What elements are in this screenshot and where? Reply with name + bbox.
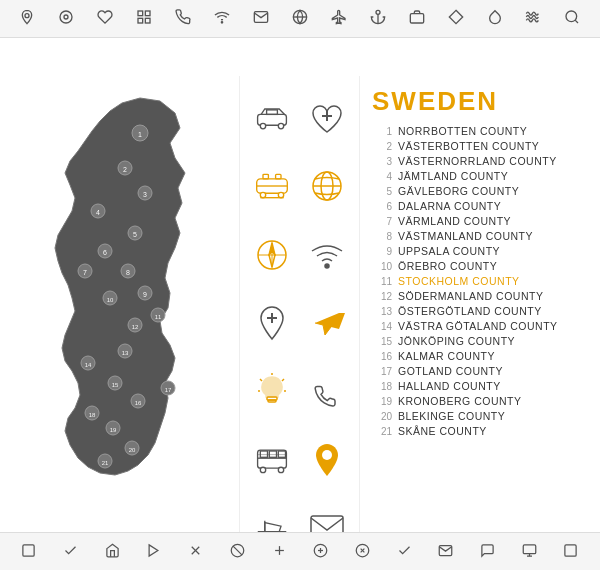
circle-icon[interactable] — [58, 9, 74, 28]
svg-point-10 — [376, 10, 380, 14]
home-icon[interactable] — [105, 543, 120, 561]
list-item: 12SÖDERMANLAND COUNTY — [372, 290, 588, 302]
top-icon-bar — [0, 0, 600, 38]
compass-icon — [250, 233, 294, 277]
svg-line-105 — [233, 546, 242, 555]
county-name: VÄSTMANLAND COUNTY — [398, 230, 533, 242]
svg-rect-96 — [278, 451, 285, 457]
grid-icon[interactable] — [136, 9, 152, 28]
svg-rect-94 — [260, 451, 267, 457]
county-number: 3 — [372, 156, 392, 167]
phone-icon[interactable] — [175, 9, 191, 28]
county-number: 1 — [372, 126, 392, 137]
svg-text:11: 11 — [154, 314, 161, 320]
county-name: VÄSTERNORRLAND COUNTY — [398, 155, 557, 167]
svg-text:1: 1 — [138, 131, 142, 138]
icon-row-2 — [244, 164, 355, 208]
svg-rect-100 — [23, 544, 34, 555]
icon-row-1 — [244, 96, 355, 140]
county-name: JÖNKÖPING COUNTY — [398, 335, 515, 347]
monitor-icon[interactable] — [522, 543, 537, 561]
counties-container: 1NORRBOTTEN COUNTY2VÄSTERBOTTEN COUNTY3V… — [372, 125, 588, 437]
list-item: 7VÄRMLAND COUNTY — [372, 215, 588, 227]
svg-marker-13 — [449, 10, 462, 23]
svg-text:9: 9 — [143, 291, 147, 298]
wifi-icon[interactable] — [214, 9, 230, 28]
list-item: 1NORRBOTTEN COUNTY — [372, 125, 588, 137]
county-name: HALLAND COUNTY — [398, 380, 501, 392]
svg-text:5: 5 — [133, 231, 137, 238]
list-item: 10ÖREBRO COUNTY — [372, 260, 588, 272]
list-item: 16KALMAR COUNTY — [372, 350, 588, 362]
county-name: KALMAR COUNTY — [398, 350, 495, 362]
airplane-icon — [305, 301, 349, 345]
plus-icon[interactable] — [272, 543, 287, 561]
svg-rect-5 — [138, 18, 143, 23]
slash-icon[interactable] — [230, 543, 245, 561]
x-icon[interactable] — [188, 543, 203, 561]
svg-point-7 — [221, 22, 222, 23]
svg-text:3: 3 — [143, 191, 147, 198]
list-item: 4JÄMTLAND COUNTY — [372, 170, 588, 182]
icons-panel — [240, 76, 360, 570]
bottom-icon-bar — [0, 532, 600, 570]
county-name: STOCKHOLM COUNTY — [398, 275, 520, 287]
checkmark-icon[interactable] — [397, 543, 412, 561]
list-item: 2VÄSTERBOTTEN COUNTY — [372, 140, 588, 152]
svg-text:17: 17 — [164, 387, 171, 393]
county-name: VÄSTRA GÖTALAND COUNTY — [398, 320, 558, 332]
svg-text:8: 8 — [126, 269, 130, 276]
svg-marker-101 — [150, 544, 159, 555]
search-icon[interactable] — [564, 9, 580, 28]
list-item: 8VÄSTMANLAND COUNTY — [372, 230, 588, 242]
list-item: 9UPPSALA COUNTY — [372, 245, 588, 257]
location-icon[interactable] — [19, 9, 35, 28]
chat-icon[interactable] — [480, 543, 495, 561]
drop-icon[interactable] — [487, 9, 503, 28]
circle-x-icon[interactable] — [355, 543, 370, 561]
checkbox-icon[interactable] — [21, 543, 36, 561]
globe-icon-panel — [305, 164, 349, 208]
list-item: 5GÄVLEBORG COUNTY — [372, 185, 588, 197]
svg-rect-68 — [263, 175, 268, 180]
svg-rect-12 — [410, 14, 423, 23]
mail-bottom-icon[interactable] — [438, 543, 453, 561]
svg-text:18: 18 — [88, 412, 95, 418]
mail-icon[interactable] — [253, 9, 269, 28]
play-icon[interactable] — [146, 543, 161, 561]
svg-rect-69 — [275, 175, 280, 180]
svg-rect-95 — [269, 451, 276, 457]
county-name: VÄSTERBOTTEN COUNTY — [398, 140, 539, 152]
plane-icon[interactable] — [331, 9, 347, 28]
anchor-icon[interactable] — [370, 9, 386, 28]
svg-point-60 — [278, 124, 283, 129]
svg-rect-61 — [266, 110, 277, 115]
icon-row-3 — [244, 233, 355, 277]
svg-text:21: 21 — [101, 460, 108, 466]
circle-plus-icon[interactable] — [313, 543, 328, 561]
county-number: 14 — [372, 321, 392, 332]
main-content: 1 2 3 4 5 6 7 8 9 — [0, 76, 600, 570]
svg-line-15 — [575, 20, 578, 23]
svg-point-1 — [60, 11, 72, 23]
svg-text:2: 2 — [123, 166, 127, 173]
waves-icon[interactable] — [525, 9, 541, 28]
globe-icon[interactable] — [292, 9, 308, 28]
list-item: 3VÄSTERNORRLAND COUNTY — [372, 155, 588, 167]
county-number: 9 — [372, 246, 392, 257]
map-area: 1 2 3 4 5 6 7 8 9 — [0, 76, 240, 570]
list-item: 18HALLAND COUNTY — [372, 380, 588, 392]
heart-icon[interactable] — [97, 9, 113, 28]
svg-rect-6 — [146, 18, 151, 23]
county-number: 6 — [372, 201, 392, 212]
briefcase-icon[interactable] — [409, 9, 425, 28]
county-number: 2 — [372, 141, 392, 152]
diamond-icon[interactable] — [448, 9, 464, 28]
svg-text:12: 12 — [131, 324, 138, 330]
list-item: 17GOTLAND COUNTY — [372, 365, 588, 377]
check-icon[interactable] — [63, 543, 78, 561]
county-number: 5 — [372, 186, 392, 197]
svg-line-85 — [282, 379, 284, 381]
county-name: JÄMTLAND COUNTY — [398, 170, 508, 182]
square-icon[interactable] — [563, 543, 578, 561]
